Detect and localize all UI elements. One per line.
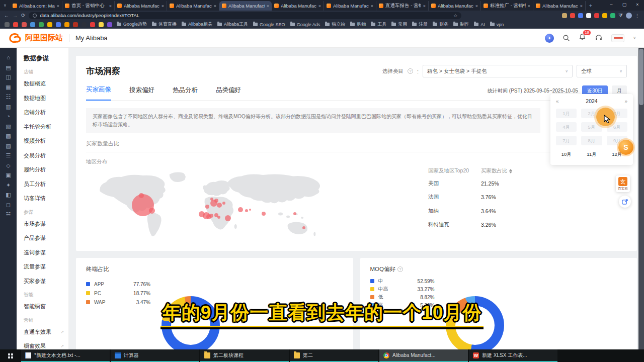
browser-tab[interactable]: Alibaba Manufacturer D [324, 1, 376, 11]
sidebar-item[interactable]: 员工分析 ↗ [24, 180, 68, 188]
taskbar-item[interactable]: 第二 [290, 349, 378, 362]
calendar-month-cell[interactable]: 8月 [581, 136, 602, 145]
share-float-widget[interactable] [619, 196, 631, 208]
share-column-header[interactable]: 买家数占比 [481, 167, 556, 174]
bookmark-favicon-icon[interactable] [56, 22, 61, 27]
browser-tab[interactable]: 标准推广 - 营销中心 [481, 1, 533, 11]
browser-tab[interactable]: Alibaba.com: Manufactu [10, 1, 62, 11]
rail-icon[interactable]: ◫ [6, 74, 11, 80]
calendar-month-cell[interactable]: 11月 [581, 149, 602, 159]
bookmark-favicon-icon[interactable] [64, 22, 69, 27]
sidebar-item[interactable]: 直通车效果 ↗ [24, 328, 68, 336]
profile-avatar[interactable] [626, 13, 632, 19]
extension-icon[interactable] [578, 13, 583, 18]
rail-icon[interactable]: ▧ [6, 123, 11, 130]
headset-icon[interactable] [595, 34, 603, 42]
tab-close-icon[interactable] [57, 4, 59, 9]
sidebar-item[interactable]: 数据概览 ↗ [24, 80, 68, 87]
browser-tab[interactable]: Alibaba Manufacturer D [272, 1, 324, 11]
extension-icon[interactable] [602, 13, 607, 18]
account-chevron-down-icon[interactable]: ∨ [633, 36, 636, 40]
new-tab-button[interactable] [586, 3, 596, 9]
rail-icon[interactable]: ▥ [6, 104, 11, 110]
sidebar-item[interactable]: 半托管分析 ↗ [24, 123, 68, 131]
bookmark-folder[interactable]: 制作 [453, 21, 469, 28]
sidebar-item[interactable]: 交易分析 ↗ [24, 152, 68, 159]
start-button[interactable] [0, 349, 21, 362]
s-float-widget[interactable]: S [618, 140, 633, 155]
bookmark-favicon-icon[interactable] [82, 22, 87, 27]
bookmark-folder[interactable]: 独立站 [325, 21, 345, 28]
rail-icon[interactable]: ◔ [7, 113, 10, 120]
tab-close-icon[interactable] [214, 4, 216, 9]
maximize-button[interactable]: ▢ [618, 0, 631, 9]
rail-icon[interactable]: ▩ [6, 133, 11, 139]
extension-icon[interactable] [586, 13, 591, 18]
rail-icon[interactable]: ✦ [6, 182, 11, 189]
rail-icon[interactable]: ◻ [6, 202, 11, 208]
sidebar-item[interactable]: 市场参谋 ↗ [24, 220, 68, 228]
minimize-button[interactable]: – [605, 0, 618, 9]
scrollbar-thumb[interactable] [639, 49, 643, 105]
bookmark-folder[interactable]: 工具 [371, 21, 386, 28]
bookmark-star-icon[interactable]: ☆ [453, 13, 457, 18]
url-field[interactable]: data.alibaba.com/industry/peopleIndex#TO… [29, 12, 461, 19]
tab-close-icon[interactable] [423, 4, 426, 9]
bookmark-folder[interactable]: 购物 [350, 21, 366, 28]
bookmark-favicon-icon[interactable] [5, 22, 10, 27]
browser-tab[interactable]: 首页 - 营销中心 [62, 1, 115, 11]
sidebar-item[interactable]: 橱窗效果 ↗ [24, 342, 68, 349]
taskbar-item[interactable]: 第二板块课程 [200, 349, 289, 362]
tab-close-icon[interactable] [162, 4, 164, 9]
bookmark-favicon-icon[interactable] [99, 22, 104, 27]
bookmark-favicon-icon[interactable] [30, 22, 35, 27]
calendar-month-cell[interactable]: 4月 [556, 122, 577, 132]
xuan-toolbox-widget[interactable]: 玄 百宝箱 [616, 175, 630, 192]
bookmark-folder[interactable]: Google趋势 [117, 21, 147, 28]
forward-icon[interactable]: → [13, 13, 18, 18]
region-select[interactable]: 全球 ∨ [577, 65, 627, 77]
bookmark-folder[interactable]: 常用 [391, 21, 407, 28]
rail-icon[interactable]: ◇ [6, 162, 10, 169]
insight-tab[interactable]: 买家画像 [86, 85, 111, 101]
browser-tab[interactable]: Alibaba Manufacturer D [429, 1, 481, 11]
back-icon[interactable]: ← [4, 13, 9, 18]
legend-row[interactable]: PC 18.77% [86, 289, 343, 298]
bookmark-folder[interactable]: 财务 [433, 21, 448, 28]
bookmark-favicon-icon[interactable] [22, 22, 27, 27]
brand-name[interactable]: 阿里国际站 [25, 33, 63, 43]
tab-close-icon[interactable] [528, 4, 530, 9]
extension-icon[interactable] [562, 13, 567, 18]
legend-row[interactable]: APP 77.76% [86, 280, 343, 289]
search-icon[interactable] [562, 34, 570, 42]
rail-icon[interactable]: ▨ [6, 143, 11, 149]
calendar-month-cell[interactable]: 7月 [556, 136, 577, 145]
bookmark-folder[interactable]: AI [474, 21, 485, 28]
sidebar-item[interactable]: 选词参谋 ↗ [24, 249, 68, 256]
sidebar-item[interactable]: 视频分析 ↗ [24, 137, 68, 145]
rail-icon[interactable]: ▦ [6, 84, 11, 90]
tab-close-icon[interactable] [109, 4, 112, 9]
tab-close-icon[interactable] [475, 4, 478, 9]
notifications[interactable]: 19 [579, 33, 586, 43]
calendar-next-icon[interactable]: » [624, 99, 627, 104]
category-select[interactable]: 箱包 > 女士包袋 > 手提包 ∨ [423, 65, 573, 77]
insight-tab[interactable]: 搜索偏好 [129, 86, 154, 100]
browser-tab[interactable]: Alibaba Manufacturer D [219, 1, 272, 11]
sidebar-item[interactable]: 产品参谋 ↗ [24, 234, 68, 242]
rail-icon[interactable]: ☵ [6, 211, 11, 218]
calendar-month-cell[interactable]: 10月 [556, 149, 577, 159]
tab-close-icon[interactable] [318, 4, 321, 9]
rail-icon[interactable]: ⌂ [7, 54, 10, 61]
extension-icon[interactable] [570, 13, 575, 18]
sidebar-item[interactable]: 买家参谋 ↗ [24, 278, 68, 285]
legend-row[interactable]: 中 52.59% [370, 277, 627, 285]
rail-icon[interactable]: ☷ [6, 94, 11, 100]
sidebar-item[interactable]: 履约分析 ↗ [24, 166, 68, 173]
calendar-month-cell[interactable]: 1月 [556, 109, 577, 118]
bookmark-favicon-icon[interactable] [107, 22, 112, 27]
bookmark-folder[interactable]: Alibaba相关 [182, 21, 212, 28]
bookmark-favicon-icon[interactable] [39, 22, 44, 27]
insight-tab[interactable]: 热品分析 [173, 86, 198, 100]
extension-icon[interactable] [594, 13, 599, 18]
